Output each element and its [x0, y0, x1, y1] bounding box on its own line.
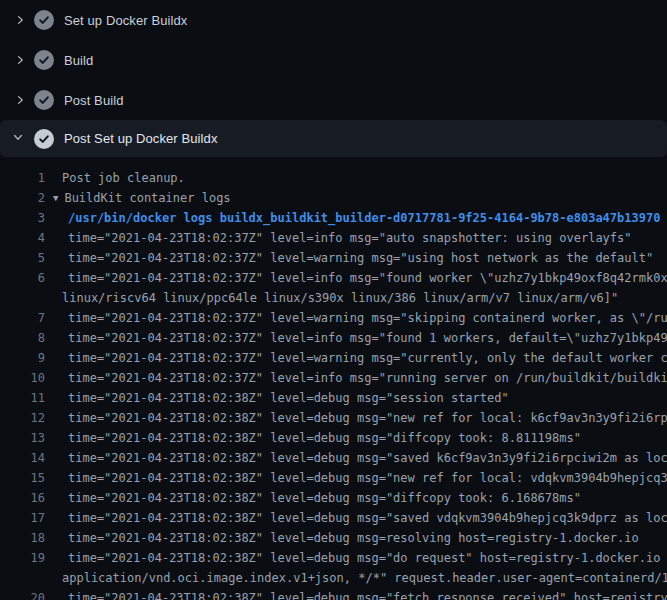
log-line-number[interactable]: 3 [0, 208, 45, 228]
log-line: 9 time="2021-04-23T18:02:37Z" level=warn… [0, 348, 667, 368]
log-line: 14 time="2021-04-23T18:02:38Z" level=deb… [0, 448, 667, 468]
log-line-text: linux/riscv64 linux/ppc64le linux/s390x … [62, 288, 618, 308]
log-line-number[interactable]: 14 [0, 448, 45, 468]
step-label: Set up Docker Buildx [64, 13, 187, 28]
log-line-text: time="2021-04-23T18:02:37Z" level=warnin… [68, 348, 667, 368]
log-line-number[interactable]: 17 [0, 508, 45, 528]
log-line-text: time="2021-04-23T18:02:38Z" level=debug … [68, 388, 509, 408]
check-circle-icon [34, 90, 54, 110]
step-row[interactable]: Set up Docker Buildx [0, 0, 667, 40]
log-line-text: time="2021-04-23T18:02:38Z" level=debug … [68, 488, 581, 508]
actions-log-viewer: Set up Docker Buildx Build Post Build [0, 0, 667, 600]
chevron-down-icon [12, 131, 28, 147]
log-line-number[interactable]: 12 [0, 408, 45, 428]
check-circle-icon [34, 129, 54, 149]
log-line-number[interactable]: 16 [0, 488, 45, 508]
log-line-number[interactable]: 20 [0, 588, 45, 600]
log-line-number[interactable]: 15 [0, 468, 45, 488]
log-line: 5 time="2021-04-23T18:02:37Z" level=warn… [0, 248, 667, 268]
log-line-text: time="2021-04-23T18:02:38Z" level=debug … [68, 508, 667, 528]
log-line-text: time="2021-04-23T18:02:38Z" level=debug … [68, 448, 667, 468]
chevron-right-icon [12, 12, 28, 28]
step-row[interactable]: Post Set up Docker Buildx [0, 120, 667, 157]
log-line: 20 time="2021-04-23T18:02:38Z" level=deb… [0, 588, 667, 600]
chevron-right-icon [12, 52, 28, 68]
log-line-text: time="2021-04-23T18:02:38Z" level=debug … [68, 588, 667, 600]
log-line-text: time="2021-04-23T18:02:38Z" level=debug … [68, 468, 667, 488]
log-line: 19 time="2021-04-23T18:02:38Z" level=deb… [0, 548, 667, 568]
log-line-number[interactable] [0, 568, 45, 588]
log-line-text[interactable]: ▼BuildKit container logs [53, 188, 231, 208]
log-line: 17 time="2021-04-23T18:02:38Z" level=deb… [0, 508, 667, 528]
log-line-number[interactable]: 19 [0, 548, 45, 568]
step-label: Post Build [64, 93, 124, 108]
log-line-number[interactable]: 5 [0, 248, 45, 268]
step-label: Build [64, 53, 93, 68]
log-line-text: time="2021-04-23T18:02:37Z" level=info m… [68, 368, 667, 388]
log-line-number[interactable]: 9 [0, 348, 45, 368]
log-line-number[interactable]: 7 [0, 308, 45, 328]
log-line: 8 time="2021-04-23T18:02:37Z" level=info… [0, 328, 667, 348]
log-line-text: Post job cleanup. [62, 168, 185, 188]
log-line-text: time="2021-04-23T18:02:38Z" level=debug … [68, 528, 639, 548]
log-line-text: time="2021-04-23T18:02:37Z" level=warnin… [68, 308, 667, 328]
log-line-number[interactable]: 18 [0, 528, 45, 548]
log-line: 13 time="2021-04-23T18:02:38Z" level=deb… [0, 428, 667, 448]
log-line: 16 time="2021-04-23T18:02:38Z" level=deb… [0, 488, 667, 508]
steps-list: Set up Docker Buildx Build Post Build [0, 0, 667, 157]
log-line: 11 time="2021-04-23T18:02:38Z" level=deb… [0, 388, 667, 408]
check-circle-icon [34, 10, 54, 30]
log-line-text: time="2021-04-23T18:02:37Z" level=warnin… [68, 248, 653, 268]
log-line-number[interactable]: 11 [0, 388, 45, 408]
check-circle-icon [34, 50, 54, 70]
log-group-title: BuildKit container logs [64, 191, 230, 205]
log-line-text: time="2021-04-23T18:02:37Z" level=info m… [68, 228, 632, 248]
log-line: 4 time="2021-04-23T18:02:37Z" level=info… [0, 228, 667, 248]
log-line: 10 time="2021-04-23T18:02:37Z" level=inf… [0, 368, 667, 388]
log-line-number[interactable] [0, 288, 45, 308]
log-line: 2 ▼BuildKit container logs [0, 188, 667, 208]
step-label: Post Set up Docker Buildx [64, 131, 218, 146]
log-line-text: time="2021-04-23T18:02:38Z" level=debug … [68, 428, 581, 448]
log-line-text: time="2021-04-23T18:02:38Z" level=debug … [68, 548, 667, 568]
log-line: 6 time="2021-04-23T18:02:37Z" level=info… [0, 268, 667, 288]
log-line-number[interactable]: 2 [0, 188, 45, 208]
chevron-right-icon [12, 92, 28, 108]
log-container[interactable]: 1 Post job cleanup. 2 ▼BuildKit containe… [0, 157, 667, 600]
log-line-number[interactable]: 13 [0, 428, 45, 448]
log-line-text: time="2021-04-23T18:02:37Z" level=info m… [68, 328, 667, 348]
log-line-text: /usr/bin/docker logs buildx_buildkit_bui… [68, 208, 660, 228]
collapse-triangle-icon: ▼ [53, 188, 58, 208]
log-line: linux/riscv64 linux/ppc64le linux/s390x … [0, 288, 667, 308]
log-line-number[interactable]: 8 [0, 328, 45, 348]
log-line: 12 time="2021-04-23T18:02:38Z" level=deb… [0, 408, 667, 428]
log-line-number[interactable]: 10 [0, 368, 45, 388]
log-line-text: application/vnd.oci.image.index.v1+json,… [62, 568, 667, 588]
log-line-number[interactable]: 1 [0, 168, 45, 188]
log-line-number[interactable]: 4 [0, 228, 45, 248]
log-line-number[interactable]: 6 [0, 268, 45, 288]
log-line: 3 /usr/bin/docker logs buildx_buildkit_b… [0, 208, 667, 228]
log-line: 18 time="2021-04-23T18:02:38Z" level=deb… [0, 528, 667, 548]
log-line-text: time="2021-04-23T18:02:38Z" level=debug … [68, 408, 667, 428]
step-row[interactable]: Build [0, 40, 667, 80]
step-row[interactable]: Post Build [0, 80, 667, 120]
log-line: 15 time="2021-04-23T18:02:38Z" level=deb… [0, 468, 667, 488]
log-line: 1 Post job cleanup. [0, 168, 667, 188]
log-line-text: time="2021-04-23T18:02:37Z" level=info m… [68, 268, 667, 288]
log-line: application/vnd.oci.image.index.v1+json,… [0, 568, 667, 588]
log-line: 7 time="2021-04-23T18:02:37Z" level=warn… [0, 308, 667, 328]
